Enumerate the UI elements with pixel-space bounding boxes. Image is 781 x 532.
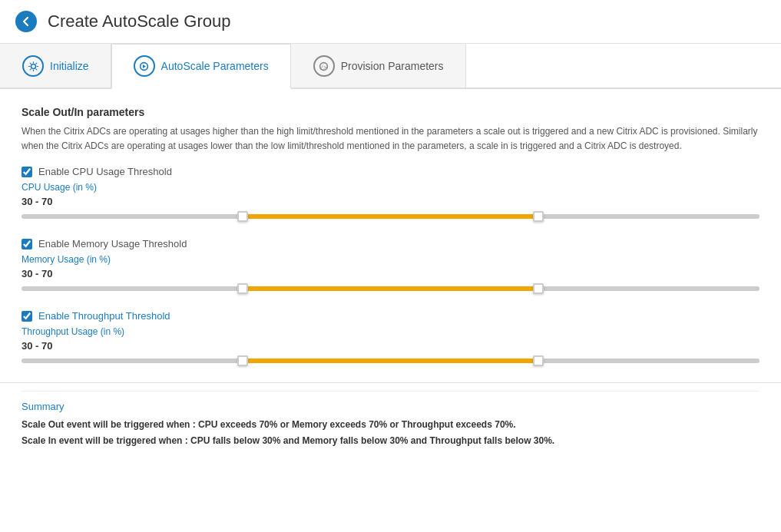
throughput-slider-track xyxy=(22,359,759,363)
tab-initialize[interactable]: Initialize xyxy=(0,44,111,88)
cpu-slider-track xyxy=(22,214,759,219)
throughput-slider-thumb-high[interactable] xyxy=(533,355,544,366)
memory-threshold-block: Enable Memory Usage Threshold Memory Usa… xyxy=(22,238,759,295)
summary-title: Summary xyxy=(22,401,759,412)
summary-scale-in: Scale In event will be triggered when : … xyxy=(22,435,554,446)
summary-scale-out: Scale Out event will be triggered when :… xyxy=(22,419,516,430)
page-title: Create AutoScale Group xyxy=(48,12,230,31)
memory-slider-thumb-low[interactable] xyxy=(237,283,248,294)
summary-divider xyxy=(0,382,781,383)
throughput-usage-label: Throughput Usage (in %) xyxy=(22,326,759,337)
page-header: Create AutoScale Group xyxy=(0,0,781,44)
summary-text: Scale Out event will be triggered when :… xyxy=(22,417,759,448)
cpu-threshold-block: Enable CPU Usage Threshold CPU Usage (in… xyxy=(22,166,759,223)
section-description: When the Citrix ADCs are operating at us… xyxy=(22,124,759,154)
throughput-checkbox-row: Enable Throughput Threshold xyxy=(22,310,759,322)
memory-slider-fill xyxy=(243,286,538,291)
tab-initialize-label: Initialize xyxy=(50,60,89,72)
tab-autoscale-parameters[interactable]: AutoScale Parameters xyxy=(111,44,291,89)
throughput-slider[interactable] xyxy=(22,355,759,367)
memory-slider-track xyxy=(22,286,759,291)
section-title: Scale Out/In parameters xyxy=(22,106,759,118)
throughput-slider-thumb-low[interactable] xyxy=(237,355,248,366)
memory-checkbox[interactable] xyxy=(22,239,32,249)
summary-section: Summary Scale Out event will be triggere… xyxy=(22,391,759,448)
back-button[interactable] xyxy=(15,11,37,32)
memory-slider[interactable] xyxy=(22,283,759,295)
cpu-range-value: 30 - 70 xyxy=(22,196,759,207)
throughput-checkbox-label: Enable Throughput Threshold xyxy=(38,310,170,322)
tabs-row: Initialize AutoScale Parameters /> Provi… xyxy=(0,44,781,89)
throughput-slider-fill xyxy=(243,359,538,363)
cpu-slider-fill xyxy=(243,214,538,219)
tab-provision-parameters[interactable]: /> Provision Parameters xyxy=(291,44,466,88)
throughput-threshold-block: Enable Throughput Threshold Throughput U… xyxy=(22,310,759,367)
provision-tab-icon: /> xyxy=(313,55,335,77)
cpu-usage-label: CPU Usage (in %) xyxy=(22,182,759,193)
cpu-slider[interactable] xyxy=(22,210,759,223)
autoscale-tab-icon xyxy=(134,55,155,77)
memory-range-value: 30 - 70 xyxy=(22,268,759,279)
tab-provision-label: Provision Parameters xyxy=(341,60,444,72)
svg-text:/>: /> xyxy=(320,63,327,70)
memory-slider-thumb-high[interactable] xyxy=(533,283,544,294)
svg-point-0 xyxy=(31,64,35,68)
initialize-tab-icon xyxy=(22,55,44,77)
memory-checkbox-row: Enable Memory Usage Threshold xyxy=(22,238,759,249)
throughput-checkbox[interactable] xyxy=(22,311,32,322)
cpu-slider-thumb-low[interactable] xyxy=(237,211,248,222)
memory-checkbox-label: Enable Memory Usage Threshold xyxy=(38,238,187,249)
memory-usage-label: Memory Usage (in %) xyxy=(22,254,759,265)
tab-autoscale-label: AutoScale Parameters xyxy=(161,60,269,72)
cpu-checkbox-row: Enable CPU Usage Threshold xyxy=(22,166,759,177)
throughput-range-value: 30 - 70 xyxy=(22,340,759,352)
cpu-checkbox-label: Enable CPU Usage Threshold xyxy=(38,166,172,177)
cpu-slider-thumb-high[interactable] xyxy=(533,211,544,222)
cpu-checkbox[interactable] xyxy=(22,167,32,177)
content-area: Scale Out/In parameters When the Citrix … xyxy=(0,89,781,465)
